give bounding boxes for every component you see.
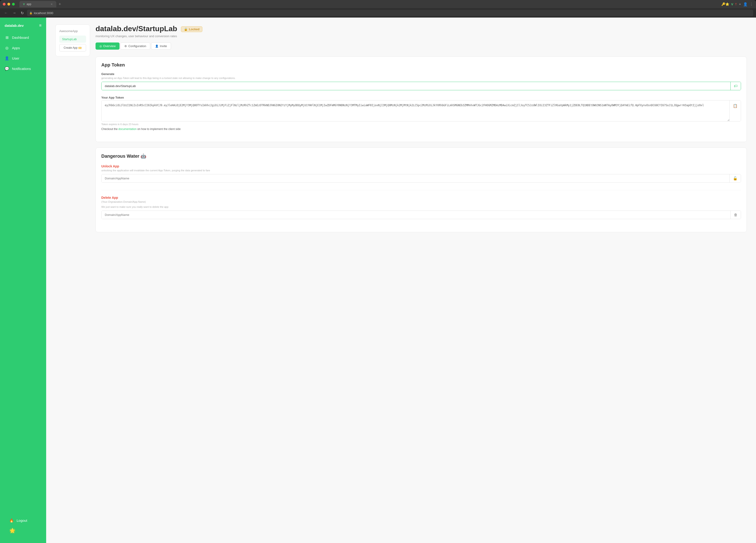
extensions-icon: 🔑⭐ [721, 2, 729, 6]
sidebar: datalab.dev ≡ ⊞ Dashboard ◎ Apps 👤 User … [0, 18, 46, 543]
dashboard-icon: ⊞ [5, 35, 9, 40]
dangerous-water-title: Dangerous Water 🤖 [101, 153, 741, 159]
unlock-label: Unlock App [101, 164, 741, 168]
locked-badge: 🔒 Locked [181, 26, 203, 32]
copy-token-button[interactable]: 📋 [729, 100, 741, 121]
app-container: datalab.dev ≡ ⊞ Dashboard ◎ Apps 👤 User … [0, 18, 756, 543]
app-token-card: App Token Generate generating an App-Tok… [96, 57, 747, 142]
page-title: datalab.dev/StartupLab [96, 24, 177, 33]
delete-hint2: We just want to make sure you really wan… [101, 205, 741, 208]
delete-input-row: 🗑 [101, 210, 741, 219]
your-token-field-group: Your App Token eyJhbGciOiJlUzI1NiIsInR5c… [101, 96, 741, 131]
user-icon: 👤 [5, 56, 9, 60]
sidebar-emoji: 🌟 [5, 526, 42, 536]
tab-bar: V app × + [19, 0, 718, 8]
app-list-item-startuplab[interactable]: StartupLab [59, 36, 86, 43]
tab-overview[interactable]: ◎ Overview [96, 42, 120, 50]
overview-icon: ◎ [99, 45, 102, 48]
extensions-puzzle: ✦ [739, 3, 741, 6]
sidebar-item-logout[interactable]: 🔥 Logout [5, 516, 42, 525]
invite-icon: 👤 [155, 45, 159, 48]
generate-token-button[interactable]: 🏷 [730, 82, 741, 90]
left-panel: AwesomeApp StartupLab Create App 🙌 [55, 24, 90, 56]
app-token-title: App Token [101, 62, 741, 68]
sidebar-label-user: User [12, 56, 19, 60]
reload-button[interactable]: ↻ [19, 10, 25, 16]
locked-badge-text: Locked [189, 27, 200, 31]
sidebar-item-apps[interactable]: ◎ Apps [0, 43, 46, 53]
unlock-button[interactable]: 🔓 [729, 174, 741, 182]
browser-titlebar: V app × + 🔑⭐ V T ✦ 👤 ⋮ [0, 0, 756, 8]
delete-field-group: Delete App (Your-Orgnaization-Domain/App… [101, 196, 741, 219]
delete-button[interactable]: 🗑 [730, 211, 741, 219]
token-wrapper: eyJhbGciOiJlUzI1NiIsInR5cCI6IkpkVCJ9.eyJ… [101, 100, 741, 121]
browser-chrome: V app × + 🔑⭐ V T ✦ 👤 ⋮ ← → ↻ 🔒 localhost… [0, 0, 756, 18]
configuration-icon: ⚙ [124, 45, 127, 48]
traffic-light-yellow[interactable] [7, 3, 10, 6]
delete-hint1: (Your-Orgnaization-Domain/App-Name) [101, 200, 741, 203]
generate-hint: generating an App-Token will lead to thi… [101, 77, 741, 79]
new-tab-button[interactable]: + [56, 0, 63, 8]
sidebar-label-logout: Logout [17, 519, 27, 522]
dangerous-water-card: Dangerous Water 🤖 Unlock App unlocking t… [96, 147, 747, 232]
delete-label: Delete App [101, 196, 741, 199]
app-token-content: App Token Generate generating an App-Tok… [96, 57, 747, 142]
tab-close-button[interactable]: × [51, 2, 53, 6]
notifications-icon: 💬 [5, 66, 9, 71]
page-subtitle: monitoring UX changes, user behaviour an… [96, 34, 747, 38]
sidebar-label-dashboard: Dashboard [12, 36, 29, 39]
tabs-bar: ◎ Overview ⚙ Configuration 👤 Invite [96, 42, 747, 50]
extensions-v: V [731, 3, 733, 6]
token-textarea[interactable]: eyJhbGciOiJlUzI1NiIsInR5cCI6IkpkVCJ9.eyJ… [102, 100, 729, 121]
token-expiry: Token expires in 6 days 23 hours [101, 123, 741, 126]
sidebar-menu-icon[interactable]: ≡ [39, 23, 42, 28]
url-text: localhost:3000 [34, 11, 53, 15]
documentation-link[interactable]: documentation [118, 127, 137, 131]
delete-input[interactable] [102, 211, 730, 219]
more-menu-icon[interactable]: ⋮ [750, 2, 753, 6]
generate-field-group: Generate generating an App-Token will le… [101, 72, 741, 90]
forward-button[interactable]: → [11, 10, 18, 16]
apps-icon: ◎ [5, 46, 9, 50]
sidebar-item-user[interactable]: 👤 User [0, 53, 46, 63]
traffic-light-red[interactable] [3, 3, 6, 6]
generate-label: Generate [101, 72, 741, 76]
page-header: datalab.dev/StartupLab 🔒 Locked [96, 24, 747, 33]
sidebar-item-dashboard[interactable]: ⊞ Dashboard [0, 33, 46, 42]
sidebar-nav: ⊞ Dashboard ◎ Apps 👤 User 💬 Notification… [0, 33, 46, 512]
lock-icon: 🔒 [184, 27, 188, 31]
generate-input-row: 🏷 [101, 82, 741, 90]
browser-nav-actions: 🔑⭐ V T ✦ 👤 ⋮ [721, 2, 753, 6]
org-name: AwesomeApp [59, 29, 86, 33]
back-button[interactable]: ← [3, 10, 9, 16]
dangerous-water-content: Dangerous Water 🤖 Unlock App unlocking t… [96, 148, 747, 232]
sidebar-header: datalab.dev ≡ [0, 21, 46, 33]
create-app-button[interactable]: Create App 🙌 [59, 44, 86, 51]
checkout-text: Checkout the documentation on how to imp… [101, 127, 741, 131]
main-content: AwesomeApp StartupLab Create App 🙌 datal… [46, 18, 756, 543]
tab-invite[interactable]: 👤 Invite [151, 42, 171, 50]
logout-icon: 🔥 [9, 518, 14, 523]
profile-icon[interactable]: 👤 [743, 2, 748, 6]
unlock-input[interactable] [102, 174, 729, 182]
active-tab[interactable]: V app × [19, 1, 56, 7]
sidebar-bottom: 🔥 Logout 🌟 [0, 512, 46, 539]
url-bar[interactable]: 🔒 localhost:3000 [27, 10, 753, 16]
tab-favicon: V [23, 3, 25, 6]
sidebar-label-notifications: Notifications [12, 67, 31, 71]
unlock-field-group: Unlock App unlocking the application wil… [101, 164, 741, 183]
unlock-hint: unlocking the application will invalidat… [101, 169, 741, 172]
generate-input[interactable] [102, 82, 730, 90]
sidebar-label-apps: Apps [12, 46, 20, 50]
tab-title: app [27, 3, 31, 6]
your-token-label: Your App Token [101, 96, 741, 99]
sidebar-item-notifications[interactable]: 💬 Notifications [0, 64, 46, 74]
unlock-input-row: 🔓 [101, 174, 741, 183]
tab-configuration[interactable]: ⚙ Configuration [120, 42, 150, 50]
sidebar-logo: datalab.dev [5, 24, 24, 27]
url-lock-icon: 🔒 [29, 12, 33, 15]
right-content: datalab.dev/StartupLab 🔒 Locked monitori… [96, 24, 747, 238]
nav-bar: ← → ↻ 🔒 localhost:3000 [0, 8, 756, 18]
extensions-t: T [735, 3, 737, 6]
traffic-light-green[interactable] [12, 3, 15, 6]
